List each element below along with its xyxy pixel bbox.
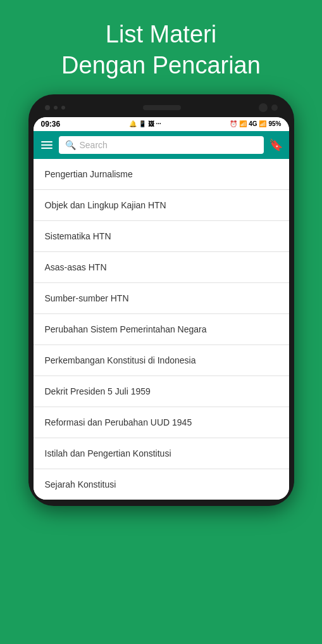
wifi-icon: 📶 (259, 120, 266, 127)
image-icon: 🖼 (148, 120, 154, 127)
phone-camera-dot (259, 103, 268, 112)
page-title: List Materi Dengan Pencarian (49, 19, 273, 82)
list-item[interactable]: Istilah dan Pengertian Konstitusi (34, 438, 289, 469)
phone-dot-1 (45, 105, 50, 110)
list-item[interactable]: Perubahan Sistem Pemerintahan Negara (34, 314, 289, 345)
search-bar[interactable]: 🔍 Search (59, 136, 264, 154)
list-container: Pengertian Jurnalisme Objek dan Lingkup … (34, 159, 289, 500)
phone-dot-3 (61, 106, 65, 110)
phone-sensor-dot (271, 104, 278, 111)
phone-speaker (143, 105, 181, 110)
status-bar: 09:36 🔔 📱 🖼 ··· ⏰ 📶 4G 📶 95% (34, 117, 289, 131)
bookmark-button[interactable]: 🔖 (269, 138, 283, 152)
list-item[interactable]: Sistematika HTN (34, 221, 289, 252)
list-item[interactable]: Perkembangan Konstitusi di Indonesia (34, 345, 289, 376)
phone-top-bar (34, 103, 289, 112)
phone-screen: 09:36 🔔 📱 🖼 ··· ⏰ 📶 4G 📶 95% (34, 117, 289, 500)
list-item[interactable]: Asas-asas HTN (34, 252, 289, 283)
app-toolbar: 🔍 Search 🔖 (34, 131, 289, 159)
list-item[interactable]: Pengertian Jurnalisme (34, 159, 289, 190)
whatsapp-icon: 📱 (139, 120, 146, 127)
phone-dot-2 (54, 106, 58, 110)
signal-icon: 📶 (239, 120, 247, 127)
search-input[interactable]: Search (80, 140, 108, 150)
list-item[interactable]: Sumber-sumber HTN (34, 283, 289, 314)
list-item[interactable]: Reformasi dan Perubahan UUD 1945 (34, 407, 289, 438)
status-time: 09:36 (41, 120, 61, 129)
network-label: 4G (249, 120, 257, 127)
status-icons: ⏰ 📶 4G 📶 95% (230, 120, 281, 127)
search-icon: 🔍 (65, 140, 76, 150)
notification-icon: 🔔 (129, 120, 137, 127)
alarm-icon: ⏰ (230, 120, 237, 127)
list-item[interactable]: Sejarah Konstitusi (34, 469, 289, 500)
phone-camera-left (45, 105, 65, 110)
phone-camera-right (259, 103, 278, 112)
menu-button[interactable] (40, 140, 54, 150)
more-icon: ··· (156, 120, 161, 127)
list-item[interactable]: Objek dan Lingkup Kajian HTN (34, 190, 289, 221)
list-item[interactable]: Dekrit Presiden 5 Juli 1959 (34, 376, 289, 407)
phone-mockup: 09:36 🔔 📱 🖼 ··· ⏰ 📶 4G 📶 95% (28, 94, 294, 506)
battery-label: 95% (268, 120, 281, 127)
status-left-icons: 🔔 📱 🖼 ··· (129, 120, 161, 127)
